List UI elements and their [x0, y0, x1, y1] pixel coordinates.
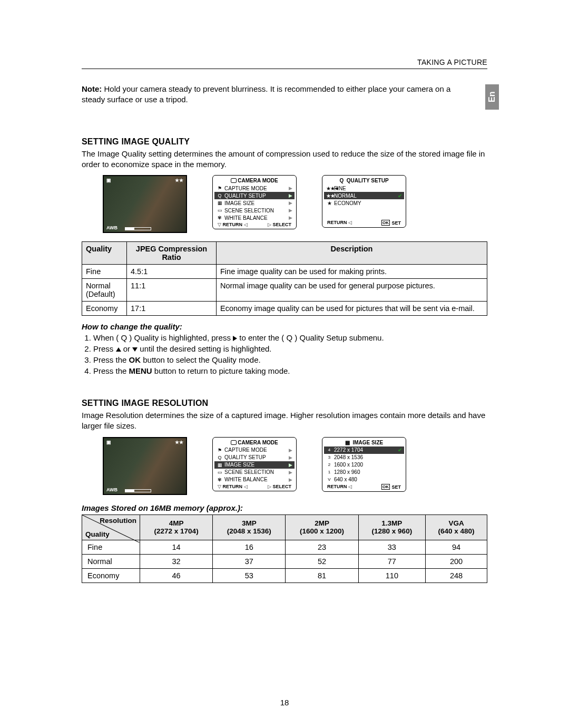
qt-desc: Normal image quality can be used for gen…: [217, 279, 487, 302]
menu-item[interactable]: QQUALITY SETUP▶: [214, 192, 295, 199]
menu-item-icon: ⚑: [217, 186, 223, 191]
right-arrow-icon: ▶: [289, 200, 292, 206]
mp-icon: 2: [326, 463, 332, 467]
col-head: 3MP: [216, 519, 282, 527]
lcd-progress-bar: [125, 489, 151, 492]
step: Press or until the desired setting is hi…: [93, 343, 487, 354]
menu-item-label: 2048 x 1536: [332, 454, 402, 460]
left-arrow-icon: ◁: [348, 220, 352, 225]
qt-header-desc: Description: [217, 242, 487, 265]
lcd-awb: AWB: [106, 225, 117, 230]
left-arrow-icon: ◁: [244, 222, 248, 227]
section-title-resolution: SETTING IMAGE RESOLUTION: [82, 399, 487, 408]
qt-quality: Economy: [82, 302, 127, 316]
menu-item-label: CAPTURE MODE: [223, 447, 289, 453]
right-arrow-icon: ▶: [289, 455, 292, 460]
storage-table: ResolutionQuality4MP(2272 x 1704)3MP(204…: [82, 515, 487, 583]
menu-item-label: 1280 x 960: [332, 469, 402, 475]
menu-item-icon: ▭: [217, 208, 223, 213]
note-prefix: Note:: [82, 84, 102, 93]
note-text: Hold your camera steady to prevent blurr…: [82, 84, 450, 104]
cell-value: 52: [286, 554, 358, 568]
step: Press the MENU button to return to pictu…: [93, 365, 487, 376]
menu-item[interactable]: 21600 x 1200: [324, 461, 404, 469]
menu-item[interactable]: ▭SCENE SELECTION▶: [214, 469, 295, 476]
left-arrow-icon: ◁: [244, 484, 248, 489]
menu-item[interactable]: 32048 x 1536: [324, 454, 404, 461]
menu-item[interactable]: QQUALITY SETUP▶: [214, 454, 295, 461]
language-tab: En: [485, 84, 499, 110]
stars-icon: ★★★: [326, 186, 332, 191]
menu-item-icon: ▦: [217, 462, 223, 468]
right-arrow-icon: ▶: [289, 208, 292, 213]
qt-quality: Normal (Default): [82, 279, 127, 302]
quality-table: Quality JPEG Compression Ratio Descripti…: [82, 241, 487, 316]
camera-icon: [231, 440, 237, 445]
lcd-top-right: ★★: [175, 440, 183, 445]
diag-res: Resolution: [100, 517, 136, 525]
right-arrow-icon: ▶: [289, 470, 292, 475]
menu-item[interactable]: 42272 x 1704✔: [324, 446, 404, 454]
col-header: 1.3MP(1280 x 960): [358, 515, 426, 540]
down-arrow-icon: ▽: [218, 484, 221, 489]
diag-qual: Quality: [85, 530, 110, 538]
cell-value: 23: [286, 540, 358, 554]
left-arrow-icon: ◁: [348, 484, 352, 489]
col-header: 2MP(1600 x 1200): [286, 515, 358, 540]
col-sub: (640 x 480): [429, 527, 484, 535]
qt-ratio: 4.5:1: [127, 265, 217, 279]
qt-desc: Economy image quality can be used for pi…: [217, 302, 487, 316]
cell-value: 46: [140, 568, 213, 583]
menu-item[interactable]: ▦IMAGE SIZE▶: [214, 461, 295, 469]
menu-item[interactable]: ✾WHITE BALANCE▶: [214, 476, 295, 483]
qt-ratio: 11:1: [127, 279, 217, 302]
table-row: Economy465381110248: [82, 568, 487, 583]
menu-item[interactable]: ✾WHITE BALANCE▶: [214, 214, 295, 221]
table-row: Fine1416233394: [82, 540, 487, 554]
menu-item[interactable]: ⚑CAPTURE MODE▶: [214, 446, 295, 454]
quality-setup-menu: Q QUALITY SETUP ★★★FINE★★NORMAL✔★ECONOMY…: [322, 175, 406, 228]
page-number: 18: [0, 698, 569, 707]
cell-value: 14: [140, 540, 213, 554]
menu-item-label: SCENE SELECTION: [223, 208, 289, 213]
col-head: 2MP: [289, 519, 355, 527]
col-head: 4MP: [143, 519, 209, 527]
cell-value: 110: [358, 568, 426, 583]
menu-item[interactable]: ★ECONOMY: [324, 199, 404, 207]
check-icon: ✔: [398, 193, 402, 199]
menu-item-icon: Q: [217, 455, 223, 460]
lcd-top-left-icon: ▣: [106, 178, 111, 183]
camera-icon: [231, 178, 237, 183]
table-row: Fine4.5:1Fine image quality can be used …: [82, 265, 487, 279]
menu-title: CAMERA MODE: [214, 440, 295, 445]
stars-icon: ★: [326, 200, 332, 206]
col-sub: (2048 x 1536): [216, 527, 282, 535]
lcd-top-right: ★★: [175, 178, 183, 183]
qt-desc: Fine image quality can be used for makin…: [217, 265, 487, 279]
menu-item[interactable]: ★★★FINE: [324, 185, 404, 192]
check-icon: ✔: [398, 447, 402, 453]
menu-title: Q QUALITY SETUP: [324, 178, 404, 183]
up-arrow-icon: [116, 347, 121, 352]
quality-panels-row: ▣ ★★ AWB CAMERA MODE ⚑CAPTURE MODE▶QQUAL…: [103, 175, 487, 233]
menu-item[interactable]: ▦IMAGE SIZE▶: [214, 199, 295, 207]
menu-item[interactable]: 11280 x 960: [324, 469, 404, 476]
menu-item[interactable]: ⚑CAPTURE MODE▶: [214, 185, 295, 192]
table-row: Normal (Default)11:1Normal image quality…: [82, 279, 487, 302]
menu-item-label: IMAGE SIZE: [223, 462, 289, 468]
row-label: Economy: [82, 568, 140, 583]
menu-footer: ▽ RETURN ◁ ▷ SELECT: [214, 221, 295, 227]
menu-item[interactable]: ▭SCENE SELECTION▶: [214, 207, 295, 214]
menu-item[interactable]: V640 x 480: [324, 476, 404, 483]
menu-item-label: CAPTURE MODE: [223, 186, 289, 191]
right-arrow-icon: ▷: [268, 222, 271, 227]
menu-item[interactable]: ★★NORMAL✔: [324, 192, 404, 199]
menu-title: CAMERA MODE: [214, 178, 295, 183]
menu-item-icon: ▦: [217, 200, 223, 206]
right-arrow-icon: ▶: [289, 215, 292, 220]
menu-item-label: NORMAL: [332, 193, 398, 199]
menu-item-label: WHITE BALANCE: [223, 477, 289, 482]
lcd-awb: AWB: [106, 487, 117, 492]
qt-header-ratio: JPEG Compression Ratio: [127, 242, 217, 265]
menu-footer: RETURN ◁ OK SET: [324, 219, 404, 226]
